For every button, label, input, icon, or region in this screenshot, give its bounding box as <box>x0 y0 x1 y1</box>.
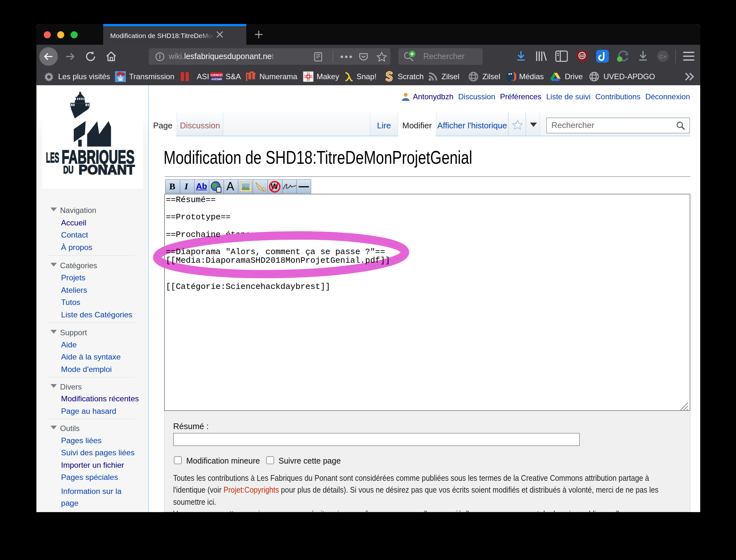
svg-text:DU: DU <box>63 164 73 176</box>
svg-text:LES: LES <box>46 150 59 165</box>
svg-text:PONANT: PONANT <box>79 162 135 177</box>
svg-text:C+: C+ <box>659 54 666 60</box>
svg-text:SCIENCES: SCIENCES <box>210 73 223 77</box>
svg-text:AVENIR: AVENIR <box>211 78 222 81</box>
